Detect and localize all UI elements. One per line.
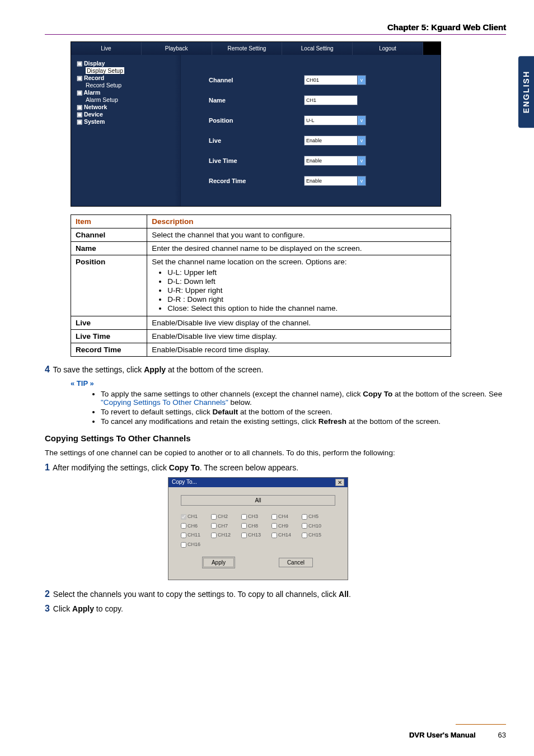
tab-playback[interactable]: Playback [142, 42, 212, 55]
step-1: 1 After modifying the settings, click Co… [45, 463, 506, 473]
ch15-checkbox[interactable]: CH15 [302, 532, 327, 538]
tip-default: To revert to default settings, click Def… [101, 408, 506, 416]
channel-grid: CH1 CH2 CH3 CH4 CH5 CH6 CH7 CH8 CH9 CH10… [181, 514, 335, 548]
opt-ur: U-R: Upper right [167, 286, 446, 295]
description-table: Item Description Channel Select the chan… [71, 214, 451, 357]
tree-record-setup[interactable]: Record Setup [86, 82, 175, 88]
tip-refresh: To cancel any modifications and retain t… [101, 417, 506, 426]
opt-dr: D-R : Down right [167, 295, 446, 304]
ch10-checkbox[interactable]: CH10 [302, 523, 327, 529]
ch4-checkbox[interactable]: CH4 [271, 514, 297, 520]
tree-display-setup[interactable]: Display Setup [86, 67, 175, 74]
tip-copy-to: To apply the same settings to other chan… [101, 390, 506, 407]
tree-alarm-setup[interactable]: Alarm Setup [86, 96, 175, 103]
tab-logout[interactable]: Logout [353, 42, 423, 55]
opt-ul: U-L: Upper left [167, 268, 446, 277]
dialog-title: Copy To... [172, 479, 197, 486]
row-channel-item: Channel [71, 228, 147, 242]
row-live-item: Live [71, 316, 147, 330]
channel-select[interactable]: CH01v [304, 75, 366, 85]
tree-display[interactable]: ▣ Display [77, 60, 175, 67]
tab-live[interactable]: Live [71, 42, 142, 55]
remote-setting-screenshot: Live Playback Remote Setting Local Setti… [71, 41, 441, 207]
language-tab: ENGLISH [518, 56, 534, 128]
ch8-checkbox[interactable]: CH8 [241, 523, 267, 529]
row-name-item: Name [71, 242, 147, 255]
step-2: 2 Select the channels you want to copy t… [45, 589, 506, 599]
ch6-checkbox[interactable]: CH6 [181, 523, 207, 529]
th-item: Item [71, 215, 147, 228]
row-livetime-item: Live Time [71, 330, 147, 343]
ch3-checkbox[interactable]: CH3 [241, 514, 267, 520]
position-select[interactable]: U-Lv [304, 115, 366, 125]
tree-network[interactable]: ▣ Network [77, 104, 175, 110]
tab-spacer [423, 42, 441, 55]
chevron-down-icon: v [358, 136, 366, 146]
section-intro: The settings of one channel can be copie… [45, 449, 506, 457]
all-button[interactable]: All [181, 495, 335, 506]
ch12-checkbox[interactable]: CH12 [211, 532, 237, 538]
section-heading: Copying Settings To Other Channels [45, 433, 506, 443]
row-position-item: Position [71, 255, 147, 316]
tab-local-setting[interactable]: Local Setting [282, 42, 353, 55]
tree-alarm[interactable]: ▣ Alarm [77, 89, 175, 96]
step-3: 3 Click Apply to copy. [45, 604, 506, 614]
chevron-down-icon: v [358, 75, 366, 85]
label-name: Name [209, 97, 304, 104]
step-4: 4 To save the settings, click Apply at t… [45, 365, 506, 375]
tip-list: To apply the same settings to other chan… [78, 390, 506, 426]
ch9-checkbox[interactable]: CH9 [271, 523, 297, 529]
label-record-time: Record Time [209, 178, 304, 184]
footer-manual: DVR User's Manual [409, 731, 476, 739]
link-copying-settings[interactable]: "Copying Settings To Other Channels" [101, 398, 228, 407]
close-icon[interactable]: ✕ [335, 479, 344, 486]
ch11-checkbox[interactable]: CH11 [181, 532, 207, 538]
ch5-checkbox[interactable]: CH5 [302, 514, 327, 520]
record-time-select[interactable]: Enablev [304, 176, 366, 186]
settings-tree: ▣ Display Display Setup ▣ Record Record … [71, 55, 181, 206]
ch13-checkbox[interactable]: CH13 [241, 532, 267, 538]
name-input[interactable]: CH1 [304, 95, 358, 105]
chevron-down-icon: v [358, 115, 366, 125]
tab-remote-setting[interactable]: Remote Setting [212, 42, 283, 55]
row-recordtime-item: Record Time [71, 343, 147, 357]
live-time-select[interactable]: Enablev [304, 156, 366, 166]
tip-label: « TIP » [71, 379, 506, 388]
opt-dl: D-L: Down left [167, 277, 446, 286]
ch7-checkbox[interactable]: CH7 [211, 523, 237, 529]
chevron-down-icon: v [358, 176, 366, 186]
footer-rule [456, 724, 506, 725]
label-position: Position [209, 117, 304, 124]
row-recordtime-desc: Enable/Disable record time display. [147, 343, 451, 357]
row-position-desc: Set the channel name location on the scr… [147, 255, 451, 316]
display-setup-form: Channel CH01v Name CH1 Position U-Lv Liv… [181, 55, 441, 206]
ch14-checkbox[interactable]: CH14 [271, 532, 297, 538]
ch16-checkbox[interactable]: CH16 [181, 542, 207, 548]
row-livetime-desc: Enable/Disable live view time display. [147, 330, 451, 343]
page-number: 63 [498, 731, 506, 739]
tree-system[interactable]: ▣ System [77, 118, 175, 125]
row-channel-desc: Select the channel that you want to conf… [147, 228, 451, 242]
chevron-down-icon: v [358, 156, 366, 166]
tree-device[interactable]: ▣ Device [77, 111, 175, 118]
ch1-checkbox[interactable]: CH1 [181, 514, 207, 520]
label-live: Live [209, 137, 304, 144]
copy-to-dialog: Copy To... ✕ All CH1 CH2 CH3 CH4 CH5 CH6… [168, 477, 348, 580]
opt-close: Close: Select this option to hide the ch… [167, 304, 446, 312]
chapter-title: Chapter 5: Kguard Web Client [45, 22, 506, 34]
row-live-desc: Enable/Disable live view display of the … [147, 316, 451, 330]
live-select[interactable]: Enablev [304, 136, 366, 146]
row-name-desc: Enter the desired channel name to be dis… [147, 242, 451, 255]
apply-button[interactable]: Apply [203, 558, 234, 567]
label-channel: Channel [209, 77, 304, 83]
ch2-checkbox[interactable]: CH2 [211, 514, 237, 520]
th-description: Description [147, 215, 451, 228]
tree-record[interactable]: ▣ Record [77, 74, 175, 81]
label-live-time: Live Time [209, 157, 304, 164]
cancel-button[interactable]: Cancel [279, 558, 313, 567]
